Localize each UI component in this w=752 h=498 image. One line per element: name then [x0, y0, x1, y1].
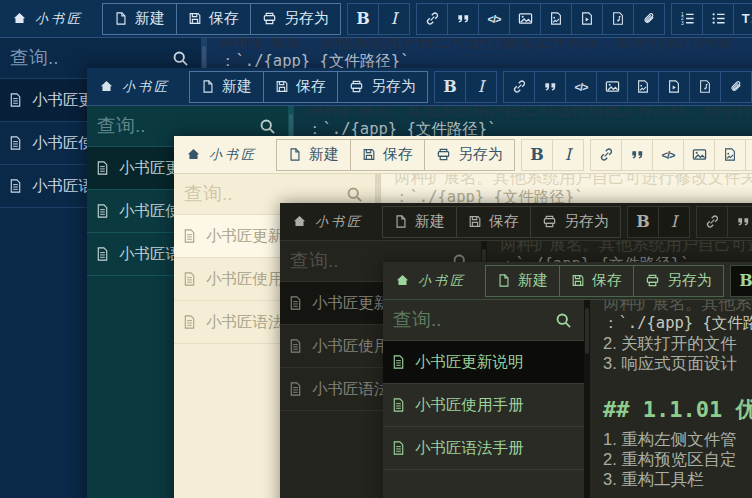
document-icon — [288, 295, 303, 311]
italic-button[interactable]: I — [465, 72, 496, 102]
ordered-list-icon: 123 — [680, 11, 695, 26]
audio-file-button[interactable] — [689, 72, 720, 102]
search-input[interactable] — [391, 308, 549, 332]
save-as-icon — [645, 273, 660, 288]
save-as-button-label: 另存为 — [564, 212, 609, 231]
bold-button[interactable]: B — [628, 207, 658, 237]
save-as-button[interactable]: 另存为 — [250, 4, 340, 34]
editor-line: 3. 响应式页面设计 — [603, 353, 752, 373]
video-file-button[interactable] — [658, 72, 689, 102]
audio-file-button[interactable] — [602, 4, 633, 34]
new-button[interactable]: 新建 — [383, 207, 456, 237]
app-brand-label: 小书匠 — [35, 10, 83, 28]
panel-divider[interactable] — [584, 300, 590, 498]
italic-label: I — [478, 77, 484, 96]
quote-button[interactable] — [727, 207, 752, 237]
link-button[interactable] — [591, 140, 621, 170]
app-brand[interactable]: 小书匠 — [292, 213, 376, 231]
save-button-label: 保存 — [383, 145, 413, 164]
app-brand[interactable]: 小书匠 — [99, 78, 183, 96]
save-button[interactable]: 保存 — [456, 207, 530, 237]
new-button[interactable]: 新建 — [277, 140, 350, 170]
audio-file-icon — [611, 11, 625, 26]
bold-italic-group: B I — [521, 139, 584, 171]
code-button[interactable]: </> — [478, 4, 509, 34]
editor-line: 两种扩展名。其他系统用户自己可进行修改文件关联，命令行执行内容 — [307, 106, 752, 119]
save-button-label: 保存 — [209, 9, 239, 28]
document-list: 小书匠更新说明 小书匠使用手册 小书匠语法手册 — [383, 341, 584, 470]
code-icon: </> — [575, 81, 588, 93]
image-button[interactable] — [509, 4, 540, 34]
save-as-button[interactable]: 另存为 — [424, 140, 514, 170]
document-icon — [95, 203, 110, 219]
save-button[interactable]: 保存 — [559, 266, 633, 296]
save-button[interactable]: 保存 — [350, 140, 424, 170]
italic-label: I — [391, 9, 397, 28]
app-brand[interactable]: 小书匠 — [186, 146, 270, 164]
search-input[interactable] — [95, 114, 253, 138]
sidebar-item[interactable]: 小书匠使用手册 — [383, 384, 584, 427]
link-button[interactable] — [504, 72, 534, 102]
quote-icon — [736, 214, 751, 229]
app-brand[interactable]: 小书匠 — [395, 272, 479, 290]
ordered-list-button[interactable]: 123 — [672, 4, 702, 34]
image-file-icon — [549, 11, 563, 26]
save-button-label: 保存 — [296, 77, 326, 96]
link-button[interactable] — [697, 207, 727, 237]
quote-button[interactable] — [621, 140, 652, 170]
code-button[interactable]: </> — [565, 72, 596, 102]
video-file-button[interactable] — [571, 4, 602, 34]
unordered-list-button[interactable] — [702, 4, 733, 34]
image-file-button[interactable] — [714, 140, 745, 170]
save-as-icon — [542, 214, 557, 229]
new-button[interactable]: 新建 — [190, 72, 263, 102]
bold-button[interactable]: B — [348, 4, 378, 34]
quote-button[interactable] — [534, 72, 565, 102]
editor-line: ## 1.1.01 优 — [603, 395, 752, 425]
code-icon: </> — [488, 13, 501, 25]
editor-lines: 两种扩展名。其他系统用户自己可进行修改文件关联，命令行执行内容：`./{app}… — [603, 300, 752, 489]
video-file-button[interactable] — [745, 140, 752, 170]
new-button-label: 新建 — [518, 271, 548, 290]
file-button-group: 新建 保存 另存为 — [276, 139, 515, 171]
code-button[interactable]: </> — [652, 140, 683, 170]
attachment-button[interactable] — [633, 4, 664, 34]
bold-button[interactable]: B — [731, 266, 752, 296]
save-as-button[interactable]: 另存为 — [530, 207, 620, 237]
attachment-button[interactable] — [720, 72, 751, 102]
quote-button[interactable] — [447, 4, 478, 34]
new-button[interactable]: 新建 — [486, 266, 559, 296]
save-icon — [468, 214, 482, 229]
sidebar-item[interactable]: 小书匠语法手册 — [383, 427, 584, 470]
save-button[interactable]: 保存 — [176, 4, 250, 34]
italic-button[interactable]: I — [378, 4, 409, 34]
search-input[interactable] — [8, 46, 166, 70]
paperclip-icon — [642, 11, 657, 26]
audio-file-icon — [698, 79, 712, 94]
home-icon — [292, 214, 307, 229]
toolbar: 小书匠 新建 保存 — [174, 136, 752, 174]
image-icon — [605, 79, 620, 94]
insert-group: </> — [590, 139, 752, 171]
image-button[interactable] — [596, 72, 627, 102]
link-button[interactable] — [417, 4, 447, 34]
text-size-button[interactable]: T↕ — [733, 4, 752, 34]
italic-button[interactable]: I — [552, 140, 583, 170]
new-button[interactable]: 新建 — [103, 4, 176, 34]
save-as-button[interactable]: 另存为 — [633, 266, 723, 296]
image-file-button[interactable] — [627, 72, 658, 102]
editor-content[interactable]: 两种扩展名。其他系统用户自己可进行修改文件关联，命令行执行内容：`./{app}… — [590, 300, 752, 498]
italic-button[interactable]: I — [658, 207, 689, 237]
save-button[interactable]: 保存 — [263, 72, 337, 102]
editor-line: 两种扩展名。其他系统用户自己可进行修改文件关联，命令行执行内容 — [394, 174, 752, 187]
document-icon — [182, 271, 197, 287]
image-button[interactable] — [683, 140, 714, 170]
image-file-button[interactable] — [540, 4, 571, 34]
bold-button[interactable]: B — [435, 72, 465, 102]
bold-button[interactable]: B — [522, 140, 552, 170]
link-icon — [705, 214, 720, 229]
quote-icon — [456, 11, 471, 26]
sidebar-item[interactable]: 小书匠更新说明 — [383, 341, 584, 384]
app-brand[interactable]: 小书匠 — [12, 10, 96, 28]
save-as-button[interactable]: 另存为 — [337, 72, 427, 102]
